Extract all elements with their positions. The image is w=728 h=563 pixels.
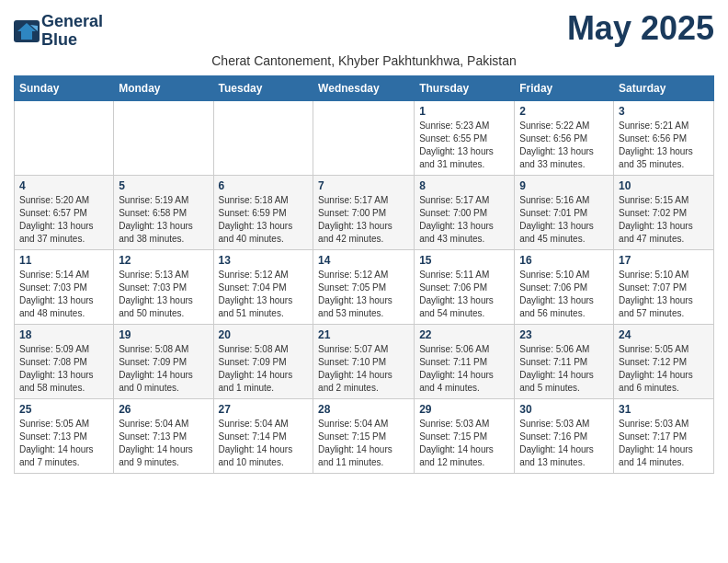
header-saturday: Saturday: [614, 75, 714, 100]
logo: General Blue: [14, 13, 103, 50]
header-friday: Friday: [515, 75, 614, 100]
calendar-cell: 27Sunrise: 5:04 AM Sunset: 7:14 PM Dayli…: [213, 398, 313, 473]
calendar-cell: 15Sunrise: 5:11 AM Sunset: 7:06 PM Dayli…: [415, 249, 515, 324]
calendar-cell: 12Sunrise: 5:13 AM Sunset: 7:03 PM Dayli…: [114, 249, 213, 324]
day-number: 5: [119, 179, 208, 192]
day-number: 27: [219, 403, 309, 416]
day-number: 22: [419, 328, 509, 341]
logo-line2: Blue: [41, 31, 103, 50]
day-info: Sunrise: 5:04 AM Sunset: 7:15 PM Dayligh…: [318, 418, 409, 469]
week-row-2: 4Sunrise: 5:20 AM Sunset: 6:57 PM Daylig…: [15, 175, 714, 249]
calendar-cell: [15, 100, 114, 175]
title-area: May 2025: [567, 9, 714, 48]
day-info: Sunrise: 5:18 AM Sunset: 6:59 PM Dayligh…: [219, 194, 309, 246]
calendar-cell: 7Sunrise: 5:17 AM Sunset: 7:00 PM Daylig…: [313, 175, 415, 249]
day-number: 24: [619, 328, 709, 341]
day-info: Sunrise: 5:19 AM Sunset: 6:58 PM Dayligh…: [119, 194, 208, 246]
calendar-cell: 13Sunrise: 5:12 AM Sunset: 7:04 PM Dayli…: [213, 249, 313, 324]
header-row: SundayMondayTuesdayWednesdayThursdayFrid…: [15, 75, 714, 100]
day-info: Sunrise: 5:06 AM Sunset: 7:11 PM Dayligh…: [519, 343, 609, 395]
week-row-5: 25Sunrise: 5:05 AM Sunset: 7:13 PM Dayli…: [15, 398, 714, 473]
day-number: 15: [419, 254, 509, 267]
calendar-cell: 25Sunrise: 5:05 AM Sunset: 7:13 PM Dayli…: [15, 398, 114, 473]
header-sunday: Sunday: [15, 75, 114, 100]
calendar-cell: 26Sunrise: 5:04 AM Sunset: 7:13 PM Dayli…: [114, 398, 213, 473]
day-number: 6: [219, 179, 309, 192]
calendar-cell: 19Sunrise: 5:08 AM Sunset: 7:09 PM Dayli…: [114, 324, 213, 398]
calendar-cell: 9Sunrise: 5:16 AM Sunset: 7:01 PM Daylig…: [515, 175, 614, 249]
day-info: Sunrise: 5:07 AM Sunset: 7:10 PM Dayligh…: [318, 343, 409, 395]
header-monday: Monday: [114, 75, 213, 100]
day-info: Sunrise: 5:13 AM Sunset: 7:03 PM Dayligh…: [119, 269, 208, 320]
day-info: Sunrise: 5:14 AM Sunset: 7:03 PM Dayligh…: [19, 269, 108, 320]
day-number: 7: [318, 179, 409, 192]
calendar-cell: 1Sunrise: 5:23 AM Sunset: 6:55 PM Daylig…: [415, 100, 515, 175]
header-wednesday: Wednesday: [313, 75, 415, 100]
calendar-cell: 2Sunrise: 5:22 AM Sunset: 6:56 PM Daylig…: [515, 100, 614, 175]
day-number: 10: [619, 179, 709, 192]
day-number: 3: [619, 105, 709, 118]
calendar-cell: 29Sunrise: 5:03 AM Sunset: 7:15 PM Dayli…: [415, 398, 515, 473]
day-info: Sunrise: 5:10 AM Sunset: 7:07 PM Dayligh…: [619, 269, 709, 320]
day-info: Sunrise: 5:03 AM Sunset: 7:15 PM Dayligh…: [419, 418, 509, 469]
day-info: Sunrise: 5:03 AM Sunset: 7:17 PM Dayligh…: [619, 418, 709, 469]
day-info: Sunrise: 5:16 AM Sunset: 7:01 PM Dayligh…: [519, 194, 609, 246]
day-info: Sunrise: 5:08 AM Sunset: 7:09 PM Dayligh…: [119, 343, 208, 395]
day-info: Sunrise: 5:12 AM Sunset: 7:05 PM Dayligh…: [318, 269, 409, 320]
day-number: 28: [318, 403, 409, 416]
day-number: 30: [519, 403, 609, 416]
calendar-cell: 6Sunrise: 5:18 AM Sunset: 6:59 PM Daylig…: [213, 175, 313, 249]
calendar-table: SundayMondayTuesdayWednesdayThursdayFrid…: [14, 75, 714, 474]
logo-line1: General: [41, 13, 103, 31]
calendar-cell: 20Sunrise: 5:08 AM Sunset: 7:09 PM Dayli…: [213, 324, 313, 398]
month-title: May 2025: [567, 9, 714, 48]
day-info: Sunrise: 5:23 AM Sunset: 6:55 PM Dayligh…: [419, 120, 509, 171]
day-number: 19: [119, 328, 208, 341]
day-number: 23: [519, 328, 609, 341]
calendar-cell: 24Sunrise: 5:05 AM Sunset: 7:12 PM Dayli…: [614, 324, 714, 398]
day-info: Sunrise: 5:21 AM Sunset: 6:56 PM Dayligh…: [619, 120, 709, 171]
day-info: Sunrise: 5:09 AM Sunset: 7:08 PM Dayligh…: [19, 343, 108, 395]
calendar-header: SundayMondayTuesdayWednesdayThursdayFrid…: [15, 75, 714, 100]
day-number: 12: [119, 254, 208, 267]
day-number: 4: [19, 179, 108, 192]
week-row-4: 18Sunrise: 5:09 AM Sunset: 7:08 PM Dayli…: [15, 324, 714, 398]
calendar-cell: 30Sunrise: 5:03 AM Sunset: 7:16 PM Dayli…: [515, 398, 614, 473]
calendar-cell: [213, 100, 313, 175]
day-info: Sunrise: 5:17 AM Sunset: 7:00 PM Dayligh…: [419, 194, 509, 246]
page-subtitle: Cherat Cantonement, Khyber Pakhtunkhwa, …: [14, 53, 714, 68]
day-info: Sunrise: 5:06 AM Sunset: 7:11 PM Dayligh…: [419, 343, 509, 395]
day-number: 9: [519, 179, 609, 192]
calendar-cell: 22Sunrise: 5:06 AM Sunset: 7:11 PM Dayli…: [415, 324, 515, 398]
calendar-cell: 18Sunrise: 5:09 AM Sunset: 7:08 PM Dayli…: [15, 324, 114, 398]
calendar-cell: [313, 100, 415, 175]
day-number: 29: [419, 403, 509, 416]
day-number: 2: [519, 105, 609, 118]
day-number: 14: [318, 254, 409, 267]
day-info: Sunrise: 5:05 AM Sunset: 7:13 PM Dayligh…: [19, 418, 108, 469]
day-number: 16: [519, 254, 609, 267]
calendar-cell: 8Sunrise: 5:17 AM Sunset: 7:00 PM Daylig…: [415, 175, 515, 249]
calendar-body: 1Sunrise: 5:23 AM Sunset: 6:55 PM Daylig…: [15, 100, 714, 473]
day-info: Sunrise: 5:12 AM Sunset: 7:04 PM Dayligh…: [219, 269, 309, 320]
day-number: 21: [318, 328, 409, 341]
day-number: 20: [219, 328, 309, 341]
calendar-cell: 21Sunrise: 5:07 AM Sunset: 7:10 PM Dayli…: [313, 324, 415, 398]
day-info: Sunrise: 5:17 AM Sunset: 7:00 PM Dayligh…: [318, 194, 409, 246]
day-number: 8: [419, 179, 509, 192]
calendar-cell: 23Sunrise: 5:06 AM Sunset: 7:11 PM Dayli…: [515, 324, 614, 398]
day-info: Sunrise: 5:08 AM Sunset: 7:09 PM Dayligh…: [219, 343, 309, 395]
week-row-1: 1Sunrise: 5:23 AM Sunset: 6:55 PM Daylig…: [15, 100, 714, 175]
day-info: Sunrise: 5:05 AM Sunset: 7:12 PM Dayligh…: [619, 343, 709, 395]
calendar-cell: 28Sunrise: 5:04 AM Sunset: 7:15 PM Dayli…: [313, 398, 415, 473]
logo-text: General Blue: [41, 13, 103, 50]
week-row-3: 11Sunrise: 5:14 AM Sunset: 7:03 PM Dayli…: [15, 249, 714, 324]
calendar-cell: 14Sunrise: 5:12 AM Sunset: 7:05 PM Dayli…: [313, 249, 415, 324]
day-number: 13: [219, 254, 309, 267]
day-number: 18: [19, 328, 108, 341]
day-number: 31: [619, 403, 709, 416]
calendar-cell: 11Sunrise: 5:14 AM Sunset: 7:03 PM Dayli…: [15, 249, 114, 324]
day-info: Sunrise: 5:04 AM Sunset: 7:13 PM Dayligh…: [119, 418, 208, 469]
calendar-cell: 4Sunrise: 5:20 AM Sunset: 6:57 PM Daylig…: [15, 175, 114, 249]
day-info: Sunrise: 5:11 AM Sunset: 7:06 PM Dayligh…: [419, 269, 509, 320]
